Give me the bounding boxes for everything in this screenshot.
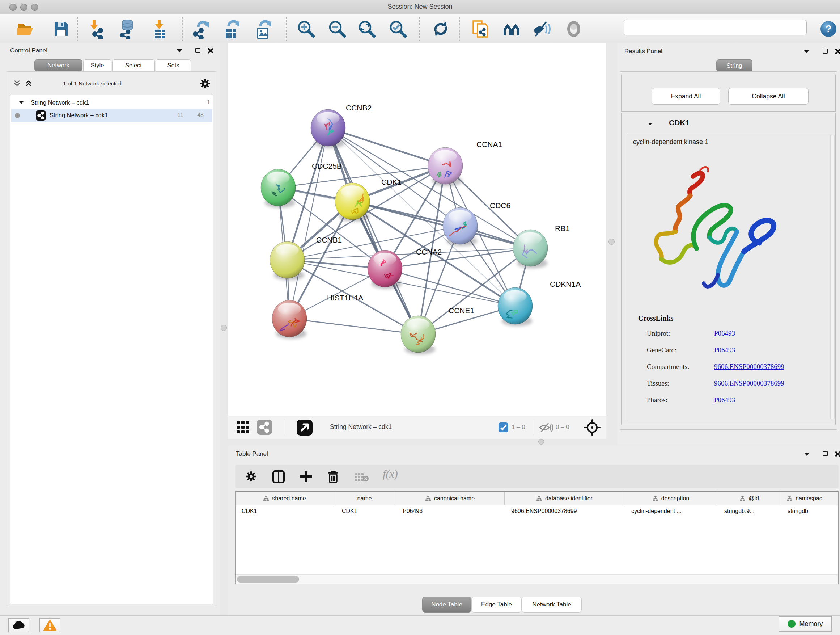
splitter-handle[interactable] bbox=[538, 439, 544, 445]
node-label-CDK1: CDK1 bbox=[381, 178, 401, 186]
show-all-icon[interactable] bbox=[564, 19, 584, 39]
panel-menu-icon[interactable] bbox=[804, 50, 810, 53]
crosslink-link[interactable]: 9606.ENSP00000378699 bbox=[714, 379, 784, 387]
edge-CCNA1-CDC25B[interactable] bbox=[278, 166, 445, 187]
crosslink-link[interactable]: P06493 bbox=[714, 396, 735, 404]
gear-icon[interactable] bbox=[200, 78, 210, 89]
collection-row[interactable]: String Network – cdk1 1 bbox=[11, 97, 212, 109]
expand-all-button[interactable]: Expand All bbox=[652, 88, 720, 105]
column-header-id[interactable]: @id bbox=[717, 492, 782, 505]
show-columns-icon[interactable] bbox=[272, 470, 285, 484]
crosslink-link[interactable]: 9606.ENSP00000378699 bbox=[714, 363, 784, 371]
gear-icon[interactable] bbox=[245, 470, 257, 482]
panel-menu-icon[interactable] bbox=[177, 49, 182, 52]
zoom-selected-icon[interactable] bbox=[388, 19, 408, 39]
tab-sets[interactable]: Sets bbox=[156, 59, 191, 71]
float-panel-icon[interactable] bbox=[823, 451, 828, 456]
tab-node-table[interactable]: Node Table bbox=[422, 597, 471, 613]
panel-menu-icon[interactable] bbox=[804, 453, 810, 456]
column-header-namespace[interactable]: namespac bbox=[782, 492, 838, 505]
network-canvas[interactable]: CCNB2CCNA1CDC25BCDK1CDC6RB1CCNB1CCNA2CDK… bbox=[228, 43, 606, 416]
splitter-right[interactable] bbox=[606, 43, 617, 439]
create-column-icon[interactable] bbox=[300, 470, 312, 482]
splitter-handle[interactable] bbox=[608, 239, 615, 245]
splitter-handle[interactable] bbox=[221, 325, 227, 331]
collapse-all-button[interactable]: Collapse All bbox=[728, 88, 808, 105]
column-header-description[interactable]: description bbox=[624, 492, 717, 505]
column-header-canonical-name[interactable]: canonical name bbox=[395, 492, 505, 505]
edge-CCNB2-CCNE1[interactable] bbox=[328, 128, 418, 334]
gene-name: CDK1 bbox=[669, 119, 690, 127]
memory-button[interactable]: Memory bbox=[778, 616, 832, 632]
network-graph[interactable]: CCNB2CCNA1CDC25BCDK1CDC6RB1CCNB1CCNA2CDK… bbox=[228, 43, 606, 416]
delete-column-icon[interactable] bbox=[327, 470, 339, 484]
collection-expand-icon[interactable] bbox=[19, 101, 24, 104]
column-label: database identifier bbox=[545, 495, 592, 502]
search-input[interactable] bbox=[624, 19, 807, 35]
help-icon[interactable]: ? bbox=[820, 20, 837, 38]
first-neighbors-icon[interactable] bbox=[502, 19, 523, 39]
import-table-file-icon[interactable] bbox=[150, 19, 170, 39]
zoom-in-icon[interactable] bbox=[296, 19, 316, 39]
tab-network-table[interactable]: Network Table bbox=[522, 597, 582, 613]
fit-content-crosshair-icon[interactable] bbox=[584, 419, 600, 436]
column-header-database-identifier[interactable]: database identifier bbox=[505, 492, 624, 505]
node-highlight bbox=[407, 318, 429, 331]
warning-button[interactable] bbox=[39, 618, 60, 632]
column-header-name[interactable]: name bbox=[334, 492, 395, 505]
export-table-icon[interactable] bbox=[221, 19, 242, 39]
selected-checkbox-icon[interactable] bbox=[499, 423, 508, 432]
column-label: @id bbox=[748, 495, 759, 502]
network-share-icon[interactable] bbox=[257, 420, 272, 435]
edge-CCNB2-CCNA1[interactable] bbox=[328, 128, 445, 166]
apply-layout-icon[interactable] bbox=[431, 19, 451, 39]
crosslink-link[interactable]: P06493 bbox=[714, 346, 735, 354]
entry-collapse-icon[interactable] bbox=[648, 123, 652, 125]
tab-style[interactable]: Style bbox=[83, 59, 111, 71]
hide-selected-icon[interactable] bbox=[532, 19, 552, 39]
collapse-all-icon[interactable] bbox=[13, 80, 21, 87]
network-view-title: String Network – cdk1 bbox=[330, 423, 392, 431]
open-session-icon[interactable] bbox=[15, 19, 35, 39]
splitter-left[interactable] bbox=[220, 43, 228, 616]
export-network-icon[interactable] bbox=[191, 19, 211, 39]
zoom-fit-icon[interactable] bbox=[357, 19, 377, 39]
toolbar-separator bbox=[286, 17, 286, 41]
scrollbar-thumb[interactable] bbox=[237, 576, 299, 583]
export-image-icon[interactable] bbox=[253, 19, 273, 39]
import-network-database-icon[interactable] bbox=[117, 19, 137, 39]
close-panel-icon[interactable] bbox=[834, 451, 840, 457]
open-in-new-window-icon[interactable] bbox=[297, 420, 313, 435]
tab-select[interactable]: Select bbox=[112, 59, 155, 71]
zoom-out-icon[interactable] bbox=[327, 19, 347, 39]
clone-network-icon[interactable] bbox=[470, 19, 491, 39]
crosslinks-title: CrossLinks bbox=[638, 314, 673, 323]
cloud-button[interactable] bbox=[8, 618, 29, 632]
close-panel-icon[interactable] bbox=[207, 48, 213, 54]
table-hscrollbar[interactable] bbox=[235, 574, 838, 584]
import-network-file-icon[interactable] bbox=[86, 19, 106, 39]
column-label: name bbox=[357, 495, 371, 502]
title-bar: Session: New Session bbox=[0, 0, 840, 14]
float-panel-icon[interactable] bbox=[195, 48, 201, 53]
tab-string[interactable]: String bbox=[716, 59, 752, 72]
edge-HIST1H1A-CCNE1[interactable] bbox=[289, 318, 418, 334]
column-header-shared-name[interactable]: shared name bbox=[235, 492, 334, 505]
save-session-icon[interactable] bbox=[51, 19, 71, 39]
edge-CCNB2-HIST1H1A[interactable] bbox=[289, 128, 328, 318]
node-label-CDKN1A: CDKN1A bbox=[550, 280, 581, 288]
node-label-HIST1H1A: HIST1H1A bbox=[327, 294, 363, 302]
birds-eye-icon[interactable] bbox=[237, 421, 250, 434]
network-row[interactable]: String Network – cdk1 11 48 bbox=[11, 109, 212, 122]
hidden-eye-slash-icon[interactable] bbox=[538, 423, 553, 432]
results-scrollbar[interactable] bbox=[830, 135, 835, 419]
expand-all-icon[interactable] bbox=[25, 80, 33, 87]
tab-network[interactable]: Network bbox=[34, 59, 82, 71]
crosslink-link[interactable]: P06493 bbox=[714, 329, 735, 337]
table-row[interactable]: CDK1 CDK1 P06493 9606.ENSP00000378699 cy… bbox=[235, 505, 838, 518]
float-panel-icon[interactable] bbox=[823, 49, 828, 54]
close-panel-icon[interactable] bbox=[834, 48, 840, 55]
cell-database-identifier: 9606.ENSP00000378699 bbox=[511, 508, 620, 515]
tab-edge-table[interactable]: Edge Table bbox=[471, 597, 522, 613]
cell-namespace: stringdb bbox=[788, 508, 835, 515]
